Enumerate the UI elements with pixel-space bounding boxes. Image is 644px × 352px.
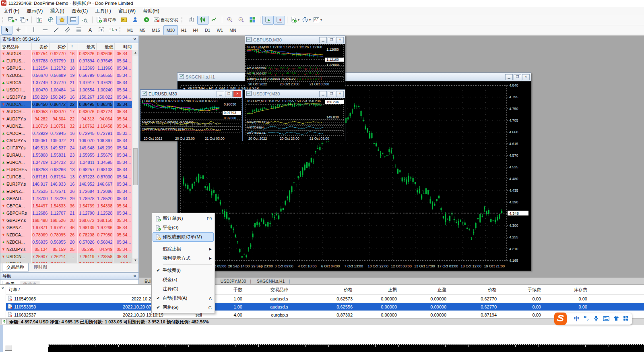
quote-row[interactable]: ▼NZDUS...0.566700.56689190.567990.565550… [0, 72, 132, 79]
channel-button[interactable] [62, 26, 73, 35]
quote-row[interactable]: ▼AUDCA...0.864500.86472220.864950.863450… [0, 101, 132, 108]
context-menu-item-2[interactable]: 修改或删除订单(M) [153, 232, 214, 242]
broadcast-button[interactable] [141, 16, 152, 25]
auto-scroll-button[interactable] [262, 16, 274, 25]
scroll-down-icon[interactable]: ▼ [132, 258, 138, 263]
window-tab[interactable]: USDJPY,M30 [221, 279, 246, 284]
ime-punctuation-icon[interactable] [584, 315, 589, 323]
window-title-bar[interactable]: EURUSD,M30 ▁ ❐ ✕ [140, 90, 242, 98]
orders-column-header-8[interactable]: 价格 [449, 287, 499, 293]
timeframe-m5[interactable]: M5 [136, 25, 149, 35]
timeframe-mn[interactable]: MN [226, 25, 239, 35]
templates-button[interactable]: ▾ [312, 16, 323, 25]
profiles-button[interactable]: ▾ [18, 16, 29, 25]
scroll-up-icon[interactable]: ▲ [132, 50, 138, 56]
window-title-bar[interactable]: GBPUSD,M30 ▁ ❐ ✕ [245, 36, 345, 44]
orders-column-header-10[interactable]: 库存费 [543, 287, 590, 293]
minimize-button[interactable]: ▁ [319, 37, 327, 43]
cursor-button[interactable] [1, 26, 12, 35]
ime-microphone-icon[interactable] [593, 315, 599, 323]
timeframe-w1[interactable]: W1 [213, 25, 226, 35]
quote-row[interactable]: ▼NZDJPY.s85.13485.1592585.29584.94905:34… [0, 246, 132, 253]
navigator-button[interactable] [56, 16, 68, 25]
context-menu-item-4[interactable]: 追踪止损▶ [153, 244, 214, 254]
quote-row[interactable]: ▲EURNZ...1.725351.72571361.726841.720860… [0, 188, 132, 195]
ime-keyboard-icon[interactable] [603, 315, 609, 323]
close-button[interactable]: ✕ [522, 74, 530, 80]
quote-row[interactable]: ▲USDJPY.s150.229150.24516150.267150.0220… [0, 93, 132, 101]
close-button[interactable]: ✕ [336, 37, 344, 43]
context-menu-item-7[interactable]: ✔手续费(i) [153, 266, 214, 275]
line-chart-button[interactable] [208, 16, 220, 25]
market-watch-scrollbar[interactable]: ▲ ▼ [132, 50, 138, 263]
ime-skin-icon[interactable] [613, 315, 619, 323]
eurusd-chart[interactable]: MACD(8,17,9) -0.000400 -0.000490Stoch(8,… [140, 98, 242, 141]
indicators-button[interactable]: ▾ [289, 16, 301, 25]
minimize-button[interactable]: ▁ [505, 74, 513, 80]
quote-row[interactable]: ▲USDCH...1.004701.00484141.005541.002400… [0, 86, 132, 93]
close-button[interactable]: ✕ [336, 91, 344, 97]
restore-button[interactable]: ❐ [328, 91, 335, 97]
quote-row[interactable]: ▲CHFJPY.s149.513149.53724149.648149.2090… [0, 144, 132, 151]
column-header-4[interactable]: 最高 [78, 43, 97, 50]
close-button[interactable]: ✕ [233, 91, 241, 97]
quote-row[interactable]: ▼GBPUS...1.121541.12172181.123691.119660… [0, 64, 132, 72]
chart-window-usdjpy[interactable]: USDJPY,M30 ▁ ❐ ✕ MFI(8) 78.6914A/D 35939… [245, 89, 345, 141]
timeframe-m1[interactable]: M1 [124, 25, 136, 35]
order-row[interactable]: 1166325372022.10.20 13:10:19sell4.00eurg… [6, 311, 644, 319]
menu-item-2[interactable]: 插入(I) [46, 7, 68, 15]
context-menu-item-1[interactable]: 平仓(O) [153, 223, 214, 232]
fibonacci-button[interactable] [73, 26, 85, 35]
menu-item-0[interactable]: 文件(F) [0, 7, 23, 15]
window-tab[interactable]: SKGCNH.s,H1 [257, 279, 285, 284]
column-header-1[interactable]: 卖价 [32, 43, 50, 50]
quote-row[interactable]: ▼GBPJPY.s168.498168.52628168.672168.1500… [0, 217, 132, 224]
restore-button[interactable]: ❐ [514, 74, 521, 80]
quote-row[interactable]: ▲EURCA...1.347091.34732231.348111.345950… [0, 159, 132, 166]
ime-toolbox-icon[interactable] [623, 315, 629, 323]
timeframe-h4[interactable]: H4 [190, 25, 202, 35]
trendline-button[interactable] [51, 26, 62, 35]
quote-row[interactable]: ▲EURGB...0.871810.87194130.872230.870300… [0, 173, 132, 180]
quote-row[interactable]: ▼AUDUS...0.627540.62770160.628260.626060… [0, 50, 132, 57]
context-menu-item-11[interactable]: ✔网格(G)G [153, 303, 214, 312]
minimize-button[interactable]: ▁ [319, 91, 327, 97]
ime-language-toggle[interactable]: 中 [574, 315, 580, 323]
menu-item-1[interactable]: 显示(V) [23, 7, 46, 15]
chart-shift-button[interactable] [274, 16, 285, 25]
market-watch-tab-tick[interactable]: 即时图 [29, 263, 52, 271]
crosshair-button[interactable] [12, 26, 24, 35]
column-header-2[interactable]: 买价 [50, 43, 68, 50]
quote-row[interactable]: ▼GBPCA...1.544971.54533361.547391.543380… [0, 202, 132, 209]
horizontal-line-button[interactable] [39, 26, 51, 35]
new-order-button[interactable]: 新订单 [95, 16, 118, 25]
quote-row[interactable]: ▲GBPAU...1.787001.78729291.789781.785200… [0, 195, 132, 202]
context-menu-item-9[interactable]: 注释(C) [153, 284, 214, 294]
minimize-button[interactable]: ▁ [217, 91, 224, 97]
bar-chart-button[interactable] [186, 16, 197, 25]
menu-item-6[interactable]: 帮助(H) [139, 7, 163, 15]
window-title-bar[interactable]: SKGCNH.s,H1 ▁ ❐ ✕ [178, 73, 531, 81]
menu-item-5[interactable]: 窗口(W) [115, 7, 139, 15]
market-watch-tab-symbols[interactable]: 交易品种 [2, 263, 29, 271]
auto-trading-button[interactable]: 自动交易 [152, 16, 180, 25]
quote-row[interactable]: ▼NZDCA...0.780690.78095260.782080.779800… [0, 231, 132, 238]
quote-row[interactable]: ▲GBPCHF.s1.126861.12707211.127901.125280… [0, 209, 132, 217]
scrollbar-thumb[interactable] [133, 148, 138, 185]
quote-row[interactable]: ▼USDCN...7.259077.26214...7.264197.23858… [0, 253, 132, 260]
column-header-0[interactable]: 交易品种 [0, 43, 32, 50]
context-menu-item-0[interactable]: 新订单(N)F9 [153, 214, 214, 223]
quote-row[interactable]: ▼AUDNZ...1.107191.10751321.107621.104580… [0, 122, 132, 130]
orders-column-header-9[interactable]: 手续费 [499, 287, 543, 293]
timeframe-m30[interactable]: M30 [163, 25, 178, 35]
candlestick-chart-button[interactable] [197, 16, 208, 25]
usdjpy-chart[interactable]: MFI(8) 78.6914A/D 359394OBV 31417820 Oct… [245, 98, 344, 141]
text-button[interactable]: A [85, 26, 96, 35]
chart-window-gbpusd[interactable]: GBPUSD,M30 ▁ ❐ ✕ AO 0.002956AC -0.000427… [245, 35, 345, 87]
restore-button[interactable]: ❐ [225, 91, 233, 97]
quote-row[interactable]: ▲E​URUS...0.977880.97799110.978940.97645… [0, 57, 132, 64]
timeframe-d1[interactable]: D1 [202, 25, 213, 35]
column-header-5[interactable]: 最低 [97, 43, 115, 50]
timeframe-h1[interactable]: H1 [178, 25, 190, 35]
quote-row[interactable]: ▼AUDCH...0.630530.63070170.630760.627240… [0, 108, 132, 115]
